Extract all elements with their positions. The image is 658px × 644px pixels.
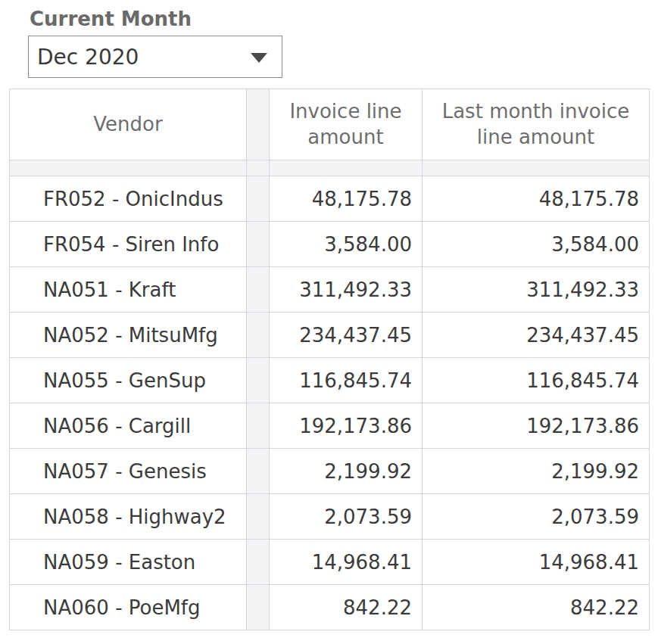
invoice-amount-cell: 842.22 [270,585,423,630]
separator-cell [423,160,650,176]
last-month-amount-cell: 48,175.78 [423,176,650,222]
report-canvas: Current Month Dec 2020 Vendor Invoice li… [0,0,658,644]
last-month-amount-cell: 2,073.59 [423,494,650,540]
spacer-cell [247,585,270,630]
vendor-cell: NA056 - Cargill [10,403,247,449]
vendor-cell: NA060 - PoeMfg [10,585,247,630]
separator-cell [10,160,247,176]
spacer-cell [247,176,270,222]
month-dropdown[interactable]: Dec 2020 [28,36,282,78]
invoice-amount-cell: 14,968.41 [270,540,423,585]
table-row: NA060 - PoeMfg 842.22 842.22 [10,585,650,630]
last-month-amount-cell: 14,968.41 [423,540,650,585]
vendor-cell: NA052 - MitsuMfg [10,313,247,358]
invoice-amount-cell: 48,175.78 [270,176,423,222]
last-month-amount-cell: 842.22 [423,585,650,630]
table-header-row: Vendor Invoice line amount Last month in… [10,89,650,160]
caret-down-icon [251,53,267,63]
table-row: NA057 - Genesis 2,199.92 2,199.92 [10,449,650,494]
last-month-amount-cell: 116,845.74 [423,358,650,403]
spacer-cell [247,267,270,313]
invoice-amount-cell: 2,073.59 [270,494,423,540]
vendor-invoice-table: Vendor Invoice line amount Last month in… [9,89,650,630]
table-row: NA056 - Cargill 192,173.86 192,173.86 [10,403,650,449]
spacer-cell [247,403,270,449]
last-month-amount-cell: 2,199.92 [423,449,650,494]
spacer-cell [247,358,270,403]
column-spacer [247,89,270,160]
spacer-cell [247,540,270,585]
last-month-amount-cell: 3,584.00 [423,222,650,267]
table-row: NA052 - MitsuMfg 234,437.45 234,437.45 [10,313,650,358]
last-month-amount-cell: 311,492.33 [423,267,650,313]
separator-cell [247,160,270,176]
invoice-amount-cell: 192,173.86 [270,403,423,449]
table-row: NA051 - Kraft 311,492.33 311,492.33 [10,267,650,313]
table-row: NA058 - Highway2 2,073.59 2,073.59 [10,494,650,540]
separator-cell [270,160,423,176]
vendor-cell: FR052 - OnicIndus [10,176,247,222]
invoice-amount-cell: 2,199.92 [270,449,423,494]
column-header-invoice-line-amount[interactable]: Invoice line amount [270,89,423,160]
invoice-amount-cell: 116,845.74 [270,358,423,403]
vendor-cell: NA058 - Highway2 [10,494,247,540]
table-row: NA055 - GenSup 116,845.74 116,845.74 [10,358,650,403]
vendor-cell: NA051 - Kraft [10,267,247,313]
column-header-vendor[interactable]: Vendor [10,89,247,160]
table-row: FR054 - Siren Info 3,584.00 3,584.00 [10,222,650,267]
column-header-last-month-invoice-line-amount[interactable]: Last month invoice line amount [423,89,650,160]
invoice-amount-cell: 3,584.00 [270,222,423,267]
vendor-cell: NA055 - GenSup [10,358,247,403]
vendor-cell: FR054 - Siren Info [10,222,247,267]
table-row: FR052 - OnicIndus 48,175.78 48,175.78 [10,176,650,222]
spacer-cell [247,222,270,267]
header-separator-row [10,160,650,176]
vendor-cell: NA059 - Easton [10,540,247,585]
month-dropdown-value: Dec 2020 [37,45,139,70]
vendor-cell: NA057 - Genesis [10,449,247,494]
last-month-amount-cell: 192,173.86 [423,403,650,449]
last-month-amount-cell: 234,437.45 [423,313,650,358]
spacer-cell [247,494,270,540]
invoice-amount-cell: 234,437.45 [270,313,423,358]
spacer-cell [247,313,270,358]
spacer-cell [247,449,270,494]
slicer-title: Current Month [30,8,192,30]
table-row: NA059 - Easton 14,968.41 14,968.41 [10,540,650,585]
invoice-amount-cell: 311,492.33 [270,267,423,313]
